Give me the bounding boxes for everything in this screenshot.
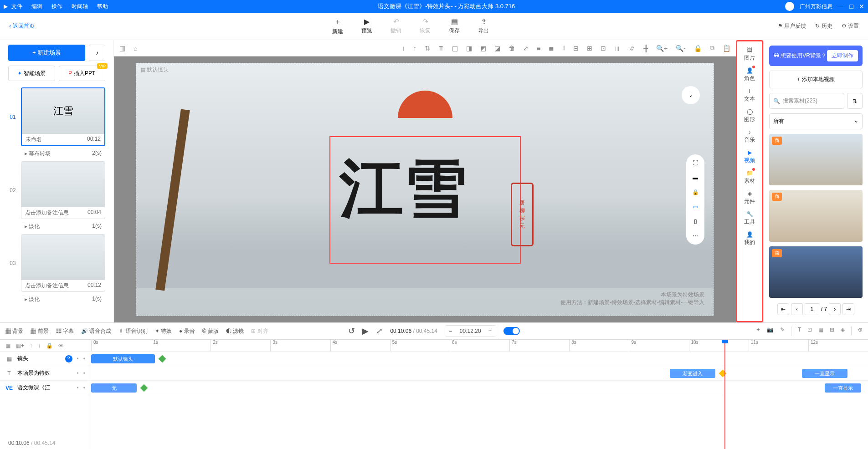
more-icon[interactable]: ⋯: [693, 233, 698, 239]
timeline-ruler[interactable]: 0s1s2s3s4s5s6s7s8s9s10s11s12s: [91, 340, 868, 352]
aside-music[interactable]: ♪音乐: [742, 127, 757, 146]
aside-image[interactable]: 🖼图片: [742, 45, 757, 64]
aside-shape[interactable]: ◯图形: [742, 107, 757, 125]
playhead[interactable]: [724, 340, 725, 449]
timeline-body[interactable]: 0s1s2s3s4s5s6s7s8s9s10s11s12s 默认镜头 渐变进入 …: [91, 340, 868, 449]
tl-tool-icon[interactable]: ▦: [818, 327, 823, 336]
timeline-row-text[interactable]: 渐变进入 一直显示: [91, 366, 868, 381]
lock-icon[interactable]: 🔒: [46, 342, 53, 349]
feedback-link[interactable]: ⚑ 用户反馈: [778, 22, 806, 30]
align-icon[interactable]: ≣: [549, 45, 554, 52]
keyframe[interactable]: [159, 355, 166, 363]
preview-button[interactable]: ▶预览: [361, 17, 372, 36]
play-button[interactable]: ▶: [362, 326, 369, 336]
track-ve[interactable]: VE语文微课《江••: [0, 381, 91, 395]
material-item[interactable]: 商: [769, 134, 863, 185]
insert-ppt-button[interactable]: P插入PPTVIP: [59, 66, 106, 81]
tool-icon[interactable]: ◪: [494, 45, 500, 52]
transition-3[interactable]: ▸ 淡化1(s): [21, 294, 105, 305]
ruler-icon[interactable]: ▥: [119, 45, 125, 52]
page-input[interactable]: [805, 303, 819, 315]
tl-tool-icon[interactable]: ◈: [841, 327, 845, 336]
delete-icon[interactable]: 🗑: [508, 45, 515, 52]
close-button[interactable]: ✕: [859, 3, 864, 10]
layer-icon[interactable]: ▬: [693, 174, 698, 181]
zoom-in-icon[interactable]: 🔍+: [656, 45, 668, 52]
tl-asr[interactable]: 🎙 语音识别: [118, 327, 147, 335]
aside-mine[interactable]: 👤我的: [742, 230, 757, 248]
tl-tool-icon[interactable]: 📷: [767, 327, 774, 336]
tl-filter[interactable]: ◐ 滤镜: [226, 327, 244, 335]
clip-always[interactable]: 一直显示: [825, 383, 861, 393]
aside-text[interactable]: T文本: [742, 86, 757, 105]
dist-icon[interactable]: ╫: [643, 45, 648, 52]
scene-item-1[interactable]: 01 江雪未命名00:12: [8, 87, 105, 146]
tl-tool-icon[interactable]: ✦: [756, 327, 760, 336]
timeline-row-ve[interactable]: 无 一直显示: [91, 381, 868, 395]
menu-edit[interactable]: 编辑: [31, 3, 42, 10]
clip-gradient[interactable]: 渐变进入: [670, 369, 715, 378]
add-local-video[interactable]: + 添加本地视频: [769, 71, 863, 88]
tl-tool-icon[interactable]: ⊞: [830, 327, 834, 336]
toggle-switch[interactable]: [503, 327, 520, 335]
align-icon[interactable]: ⊟: [573, 45, 579, 52]
tool-icon[interactable]: ⇈: [438, 45, 444, 52]
canvas[interactable]: ▦ 默认镜头 江雪 唐柳宗元 本场景为特效场景使用方法：新建场景-特效场景-选择…: [136, 63, 714, 316]
transition-1[interactable]: ▸ 幕布转场2(s): [21, 148, 105, 159]
tool-icon[interactable]: ⤢: [523, 45, 529, 52]
material-item[interactable]: 商: [769, 246, 863, 298]
scene-item-3[interactable]: 03 点击添加备注信息00:12: [8, 234, 105, 292]
tool-icon[interactable]: ◨: [466, 45, 472, 52]
save-button[interactable]: ▤保存: [449, 17, 460, 36]
lock-icon[interactable]: 🔒: [692, 189, 699, 195]
history-link[interactable]: ↻ 历史: [815, 22, 832, 30]
tool-icon[interactable]: ⇅: [425, 45, 430, 52]
settings-link[interactable]: ⚙ 设置: [842, 22, 859, 30]
menu-action[interactable]: 操作: [51, 3, 62, 10]
scene-item-2[interactable]: 02 点击添加备注信息00:04: [8, 161, 105, 219]
maximize-button[interactable]: □: [850, 3, 853, 10]
menu-help[interactable]: 帮助: [97, 3, 108, 10]
mobile-icon[interactable]: ▯: [694, 218, 697, 224]
dist-icon[interactable]: ⫻: [629, 45, 635, 52]
filter-button[interactable]: ⇅: [847, 93, 863, 109]
dist-icon[interactable]: ⫼: [614, 45, 621, 52]
new-scene-button[interactable]: + 新建场景: [8, 45, 85, 61]
tl-tool-icon[interactable]: T: [798, 327, 801, 336]
back-link[interactable]: ‹ 返回首页: [0, 22, 44, 30]
tl-record[interactable]: ● 录音: [179, 327, 195, 335]
user-name[interactable]: 广州万彩信息: [800, 3, 832, 10]
selection-box[interactable]: 江雪 唐柳宗元: [329, 136, 521, 264]
menu-timeline[interactable]: 时间轴: [72, 3, 88, 10]
time-stepper[interactable]: −00:12.20+: [445, 325, 496, 337]
track-camera[interactable]: ▦镜头?••: [0, 352, 91, 366]
up-icon[interactable]: ↑: [30, 342, 32, 349]
timeline-row-camera[interactable]: 默认镜头: [91, 352, 868, 366]
aside-tool[interactable]: 🔧工具: [742, 209, 757, 228]
paste-icon[interactable]: 📋: [723, 45, 730, 52]
float-music-button[interactable]: ♪: [682, 86, 700, 104]
zoom-out-icon[interactable]: 🔍-: [676, 45, 686, 52]
tool-icon[interactable]: ◫: [452, 45, 458, 52]
tl-add-icon[interactable]: ⊕: [858, 327, 863, 336]
tl-tool-icon[interactable]: ⊡: [807, 327, 812, 336]
add-folder-icon[interactable]: ▦+: [16, 342, 24, 349]
stepper-plus[interactable]: +: [485, 326, 496, 337]
keyframe[interactable]: [140, 384, 148, 392]
aside-component[interactable]: ◈元件: [742, 189, 757, 207]
export-button[interactable]: ⇪导出: [478, 17, 489, 36]
expand-icon[interactable]: ⤢: [376, 326, 383, 336]
aside-material[interactable]: 📁素材: [742, 168, 757, 187]
copy-icon[interactable]: ⧉: [710, 44, 714, 52]
undo-button[interactable]: ↶撤销: [390, 17, 401, 36]
tl-effect[interactable]: ✦ 特效: [155, 327, 172, 335]
aside-video[interactable]: ▶视频: [742, 148, 757, 166]
align-icon[interactable]: ⊡: [601, 45, 606, 52]
track-text[interactable]: T本场景为特效••: [0, 366, 91, 381]
tl-tool-icon[interactable]: ✎: [780, 327, 785, 336]
new-button[interactable]: ＋新建: [332, 17, 343, 36]
tool-icon[interactable]: ↓: [402, 45, 405, 52]
last-page-button[interactable]: ⇥: [842, 303, 854, 315]
tl-align[interactable]: ⊞ 对齐: [251, 327, 268, 335]
music-button[interactable]: ♪: [89, 45, 105, 61]
